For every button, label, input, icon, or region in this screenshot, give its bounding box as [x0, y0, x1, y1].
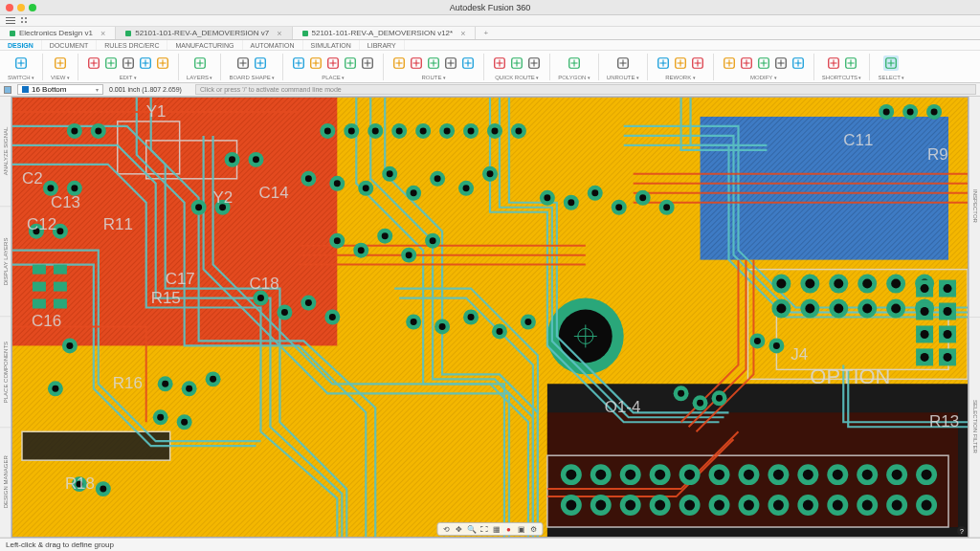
sidebar-tab[interactable]: SELECTION FILTER [969, 318, 980, 539]
unroute-icon[interactable] [615, 55, 631, 71]
fanout-icon[interactable] [426, 55, 441, 71]
sidebar-tab[interactable]: INSPECTOR [969, 97, 980, 318]
via-icon[interactable] [308, 55, 323, 71]
document-tab[interactable]: 52101-101-REV-A_DEMOVERSION v7× [116, 27, 292, 39]
command-line-input[interactable]: Click or press '/' to activate command l… [195, 84, 976, 95]
line-icon[interactable] [360, 55, 375, 71]
derive-icon[interactable] [253, 55, 268, 71]
document-tab[interactable]: 52101-101-REV-A_DEMOVERSION v12*× [293, 27, 477, 39]
ribbon-tab[interactable]: RULES DRC/ERC [97, 40, 167, 50]
zoom-icon[interactable]: 🔍 [467, 524, 477, 534]
svg-point-127 [305, 299, 312, 306]
move-icon[interactable] [86, 55, 101, 71]
new-tab-button[interactable]: + [476, 27, 496, 39]
component-icon[interactable] [291, 55, 306, 71]
maximize-window-button[interactable] [29, 4, 36, 11]
align-icon[interactable] [739, 55, 754, 71]
help-button[interactable]: ? [957, 526, 967, 536]
pcb-canvas[interactable]: Y1C2C13C12R11Y2C14C17C18R15C16R16R18C11R… [11, 97, 969, 538]
sidebar-tab[interactable]: DISPLAY LAYERS [0, 207, 11, 317]
view-2d-icon[interactable] [53, 55, 68, 71]
svg-point-255 [833, 500, 843, 511]
ribbon-tab[interactable]: LIBRARY [360, 40, 405, 50]
ripup-icon[interactable] [409, 55, 424, 71]
svg-point-59 [71, 127, 78, 134]
ribbon-tab[interactable]: DOCUMENT [42, 40, 97, 50]
route-icon[interactable] [391, 55, 407, 71]
svg-point-191 [834, 279, 843, 289]
group-label[interactable]: BOARD SHAPE [229, 75, 275, 80]
display-icon[interactable]: ▣ [517, 524, 526, 534]
minimize-window-button[interactable] [17, 4, 25, 11]
fit-icon[interactable]: ⛶ [479, 524, 489, 534]
name-icon[interactable] [103, 55, 119, 71]
ribbon-tab[interactable]: DESIGN [0, 40, 42, 50]
group-label[interactable]: QUICK ROUTE [495, 75, 539, 80]
layer-flip-icon[interactable] [4, 86, 11, 94]
close-icon[interactable]: × [100, 29, 105, 38]
meander-icon[interactable] [460, 55, 476, 71]
ribbon-tab[interactable]: MANUFACTURING [167, 40, 242, 50]
svg-point-187 [776, 279, 786, 289]
ribbon-tab[interactable]: SIMULATION [303, 40, 360, 50]
svg-text:C13: C13 [51, 193, 80, 211]
hash-icon[interactable] [826, 55, 841, 71]
move2-icon[interactable] [756, 55, 771, 71]
group-label[interactable]: REWORK [665, 75, 695, 80]
corner-icon[interactable] [673, 55, 688, 71]
delete-icon[interactable] [121, 55, 136, 71]
layers-icon[interactable] [192, 55, 208, 71]
group-label[interactable]: PLACE [322, 75, 345, 80]
sidebar-tab[interactable]: ANALYZE SIGNAL [0, 97, 11, 207]
switch-pcb-icon[interactable] [13, 55, 29, 71]
qr1-icon[interactable] [492, 55, 507, 71]
sidebar-tab[interactable]: PLACE COMPONENTS [0, 318, 11, 428]
layer-selector[interactable]: 16 Bottom ▾ [17, 84, 103, 95]
poly-icon[interactable] [567, 55, 582, 71]
svg-text:C18: C18 [250, 275, 279, 293]
grid-toggle-icon[interactable]: ▦ [492, 524, 501, 534]
array-icon[interactable] [722, 55, 737, 71]
data-panel-icon[interactable] [19, 17, 27, 25]
close-icon[interactable]: × [460, 29, 465, 38]
group-label[interactable]: SWITCH [8, 75, 34, 80]
settings-icon[interactable]: ⚙ [529, 524, 539, 534]
group-label[interactable]: EDIT [120, 75, 137, 80]
check-icon[interactable] [138, 55, 153, 71]
ribbon-tab[interactable]: AUTOMATION [243, 40, 303, 50]
group-label[interactable]: SELECT [878, 75, 904, 80]
slice-icon[interactable] [656, 55, 671, 71]
svg-point-85 [396, 127, 403, 134]
qr3-icon[interactable] [526, 55, 542, 71]
cursor-icon[interactable] [883, 55, 899, 71]
group-label[interactable]: UNROUTE [607, 75, 639, 80]
svg-point-267 [921, 307, 929, 316]
group-label[interactable]: SHORTCUTS [822, 75, 862, 80]
record-icon[interactable]: ● [504, 524, 514, 534]
svg-point-71 [229, 156, 235, 163]
close-icon[interactable]: × [277, 29, 281, 38]
scale-icon[interactable] [791, 55, 806, 71]
sidebar-tab[interactable]: DESIGN MANAGER [0, 428, 11, 538]
panel-toggle-icon[interactable] [6, 17, 15, 25]
svg-point-81 [348, 127, 355, 134]
qr2-icon[interactable] [509, 55, 524, 71]
outline-icon[interactable] [235, 55, 251, 71]
group-label[interactable]: VIEW [51, 75, 70, 80]
group-label[interactable]: LAYERS [187, 75, 213, 80]
group-label[interactable]: MODIFY [750, 75, 777, 80]
svg-point-123 [257, 295, 264, 301]
lock-icon[interactable] [155, 55, 170, 71]
grid-icon[interactable] [843, 55, 858, 71]
rotate-icon[interactable] [773, 55, 789, 71]
orbit-icon[interactable]: ⟲ [442, 524, 452, 534]
close-window-button[interactable] [6, 4, 13, 11]
text-icon[interactable] [343, 55, 358, 71]
document-tab[interactable]: Electronics Design v1× [0, 27, 116, 39]
hole-icon[interactable] [325, 55, 341, 71]
group-label[interactable]: POLYGON [558, 75, 590, 80]
mirror-icon[interactable] [690, 55, 705, 71]
diff-icon[interactable] [443, 55, 458, 71]
pan-icon[interactable]: ✥ [455, 524, 464, 534]
group-label[interactable]: ROUTE [421, 75, 445, 80]
